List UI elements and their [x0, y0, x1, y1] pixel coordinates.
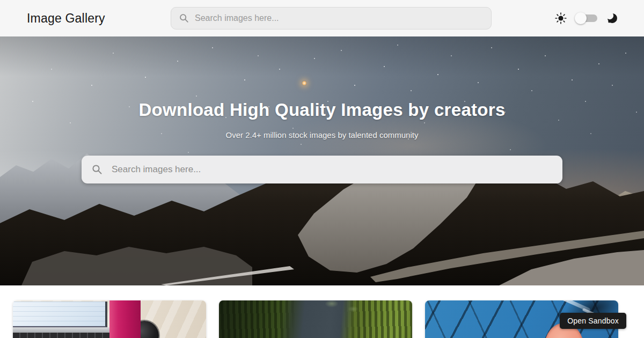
header-search-box[interactable] [171, 7, 492, 30]
search-icon [179, 13, 189, 24]
app-title: Image Gallery [27, 11, 105, 26]
theme-switcher [554, 11, 619, 25]
hero-search-input[interactable] [112, 164, 553, 175]
photo-card-forest-river[interactable] [219, 300, 412, 338]
theme-toggle[interactable] [575, 12, 598, 24]
sun-icon[interactable] [554, 11, 568, 25]
open-sandbox-button[interactable]: Open Sandbox [560, 313, 626, 329]
search-icon [91, 164, 103, 175]
hero-search-box[interactable] [82, 156, 562, 183]
hero-content: Download High Quality Images by creators… [0, 36, 644, 285]
hero-subheading: Over 2.4+ million stock images by talent… [226, 130, 419, 139]
hero-section: Download High Quality Images by creators… [0, 36, 644, 285]
page: Image Gallery [0, 0, 644, 338]
image-grid [0, 285, 644, 338]
photo-card-laptop-desk[interactable] [13, 300, 206, 338]
pink-bottle [109, 300, 141, 338]
toggle-knob[interactable] [575, 12, 587, 24]
header-search-input[interactable] [195, 13, 484, 23]
laptop-keyboard [13, 333, 114, 338]
app-header: Image Gallery [0, 0, 644, 36]
moon-icon[interactable] [605, 11, 619, 25]
hero-heading: Download High Quality Images by creators [138, 100, 505, 120]
laptop-screen [13, 302, 107, 327]
laptop-deck [13, 327, 118, 333]
